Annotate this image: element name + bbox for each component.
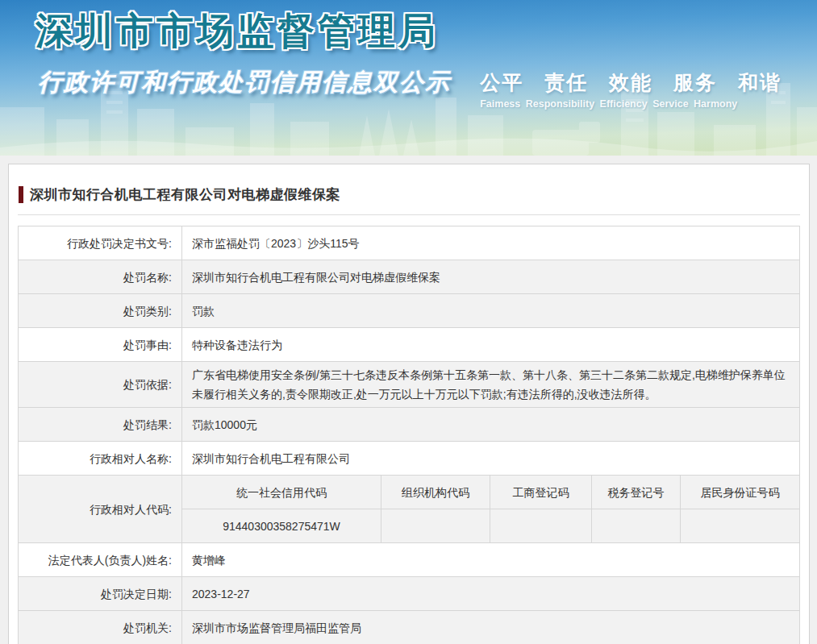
title-accent-bar: [19, 186, 23, 203]
table-row: 处罚决定日期: 2023-12-27: [19, 577, 800, 611]
code-column-header: 工商登记码: [490, 476, 592, 509]
row-label: 处罚决定日期:: [19, 577, 182, 611]
code-value: [592, 509, 681, 543]
row-label: 处罚名称:: [19, 260, 182, 294]
table-row: 处罚类别: 罚款: [19, 294, 800, 328]
table-row: 处罚依据: 广东省电梯使用安全条例/第三十七条违反本条例第十五条第一款、第十八条…: [19, 362, 800, 408]
row-value: 黄增峰: [182, 543, 800, 577]
title-separator: [18, 214, 800, 215]
row-label: 行政处罚决定书文号:: [19, 226, 182, 260]
row-label: 处罚依据:: [19, 362, 182, 408]
row-label: 处罚类别:: [19, 294, 182, 328]
table-row-codes-header: 行政相对人代码: 统一社会信用代码 组织机构代码 工商登记码 税务登记号 居民身…: [19, 476, 800, 509]
penalty-info-table: 行政处罚决定书文号: 深市监福处罚〔2023〕沙头115号 处罚名称: 深圳市知…: [18, 226, 800, 644]
case-title-row: 深圳市知行合机电工程有限公司对电梯虚假维保案: [18, 185, 800, 204]
code-column-header: 组织机构代码: [381, 476, 490, 509]
site-banner: 深圳市市场监督管理局 行政许可和行政处罚信用信息双公示 公平 责任 效能 服务 …: [0, 0, 817, 156]
row-value: 特种设备违法行为: [182, 328, 800, 362]
code-column-header: 统一社会信用代码: [182, 476, 381, 509]
table-row: 处罚事由: 特种设备违法行为: [19, 328, 800, 362]
table-row: 处罚结果: 罚款10000元: [19, 408, 800, 442]
table-row: 行政相对人名称: 深圳市知行合机电工程有限公司: [19, 442, 800, 476]
table-row: 行政处罚决定书文号: 深市监福处罚〔2023〕沙头115号: [19, 226, 800, 260]
table-row: 处罚机关: 深圳市市场监督管理局福田监管局: [19, 611, 800, 644]
code-value: [381, 509, 490, 543]
table-row: 处罚名称: 深圳市知行合机电工程有限公司对电梯虚假维保案: [19, 260, 800, 294]
banner-subtitle: 行政许可和行政处罚信用信息双公示: [38, 66, 451, 99]
motto-english: Faimess Responsibility Efficiency Servic…: [480, 98, 782, 110]
row-label: 处罚结果:: [19, 408, 182, 442]
motto-chinese: 公平 责任 效能 服务 和谐: [480, 69, 782, 96]
row-value: 罚款10000元: [182, 408, 800, 442]
row-label: 行政相对人代码:: [19, 476, 182, 543]
row-label: 处罚事由:: [19, 328, 182, 362]
row-value: 深圳市市场监督管理局福田监管局: [182, 611, 800, 644]
code-value: [681, 509, 800, 543]
row-value: 深圳市知行合机电工程有限公司对电梯虚假维保案: [182, 260, 800, 294]
row-value: 广东省电梯使用安全条例/第三十七条违反本条例第十五条第一款、第十八条、第三十二条…: [182, 362, 800, 408]
code-value: [490, 509, 592, 543]
agency-title: 深圳市市场监督管理局: [35, 6, 439, 56]
table-row: 法定代表人(负责人)姓名: 黄增峰: [19, 543, 800, 577]
row-label: 法定代表人(负责人)姓名:: [19, 543, 182, 577]
row-value: 深市监福处罚〔2023〕沙头115号: [182, 226, 800, 260]
row-value: 罚款: [182, 294, 800, 328]
case-title: 深圳市知行合机电工程有限公司对电梯虚假维保案: [30, 185, 340, 204]
content-panel: 深圳市知行合机电工程有限公司对电梯虚假维保案 行政处罚决定书文号: 深市监福处罚…: [8, 164, 810, 644]
row-value: 2023-12-27: [182, 577, 800, 611]
banner-motto: 公平 责任 效能 服务 和谐 Faimess Responsibility Ef…: [480, 69, 782, 110]
code-value: 91440300358275471W: [182, 509, 381, 543]
row-label: 行政相对人名称:: [19, 442, 182, 476]
code-column-header: 税务登记号: [592, 476, 681, 509]
row-value: 深圳市知行合机电工程有限公司: [182, 442, 800, 476]
row-label: 处罚机关:: [19, 611, 182, 644]
code-column-header: 居民身份证号码: [681, 476, 800, 509]
